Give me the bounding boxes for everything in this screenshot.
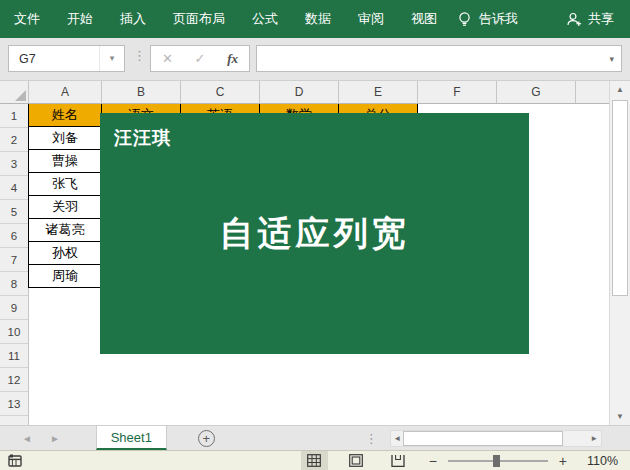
normal-view-icon: [307, 454, 321, 467]
name-cell-2[interactable]: 张飞: [28, 172, 102, 196]
tell-me-label: 告诉我: [479, 10, 518, 28]
person-plus-icon: [566, 12, 583, 27]
header-cell-0[interactable]: 姓名: [28, 104, 102, 127]
cell-mode-icon: [8, 454, 23, 468]
horizontal-scrollbar[interactable]: ◄ ►: [390, 430, 602, 447]
ribbon-tab-strip: 文件开始插入页面布局公式数据审阅视图: [0, 10, 437, 28]
ribbon-tab-1[interactable]: 开始: [67, 10, 93, 28]
insert-function-icon[interactable]: fx: [227, 51, 238, 67]
name-cell-1[interactable]: 曹操: [28, 149, 102, 173]
column-header-B[interactable]: B: [102, 81, 181, 103]
row-headers: 12345678910111213: [0, 104, 29, 425]
share-button[interactable]: 共享: [566, 10, 614, 28]
column-header-G[interactable]: G: [497, 81, 576, 103]
tutorial-overlay: 汪汪琪 自适应列宽: [100, 113, 529, 354]
ribbon-tab-2[interactable]: 插入: [120, 10, 146, 28]
column-header-D[interactable]: D: [260, 81, 339, 103]
cancel-icon[interactable]: ✕: [162, 51, 173, 66]
name-cell-0[interactable]: 刘备: [28, 126, 102, 150]
zoom-level[interactable]: 110%: [580, 454, 618, 468]
ribbon-tab-4[interactable]: 公式: [252, 10, 278, 28]
row-header-2[interactable]: 2: [0, 128, 28, 152]
page-break-icon: [391, 454, 405, 467]
formula-input[interactable]: ▾: [256, 45, 622, 72]
next-sheet-icon[interactable]: ►: [50, 433, 60, 444]
column-headers: ABCDEFG: [0, 81, 609, 104]
prev-sheet-icon[interactable]: ◄: [22, 433, 32, 444]
row-header-5[interactable]: 5: [0, 200, 28, 224]
zoom-in-button[interactable]: +: [559, 453, 567, 469]
ribbon-tab-file[interactable]: 文件: [14, 10, 40, 28]
name-cell-4[interactable]: 诸葛亮: [28, 218, 102, 242]
row-header-13[interactable]: 13: [0, 392, 28, 416]
ribbon-right-group: 告诉我 共享: [457, 10, 630, 28]
watermark-text: 汪汪琪: [114, 126, 171, 150]
scroll-right-icon[interactable]: ►: [588, 434, 601, 443]
formula-bar-separator: ⋮: [133, 48, 146, 63]
row-header-12[interactable]: 12: [0, 368, 28, 392]
name-cell-3[interactable]: 关羽: [28, 195, 102, 219]
tab-bar-separator: ⋮: [365, 431, 378, 446]
zoom-out-button[interactable]: −: [429, 453, 437, 469]
column-header-A[interactable]: A: [29, 81, 102, 103]
overlay-title: 自适应列宽: [100, 211, 529, 257]
page-layout-icon: [349, 454, 363, 467]
vertical-scrollbar[interactable]: ▲ ▼: [609, 81, 630, 425]
formula-bar-expand-icon[interactable]: ▾: [609, 54, 621, 64]
row-header-3[interactable]: 3: [0, 152, 28, 176]
sheet-tab-bar: ◄ ► Sheet1 + ⋮ ◄ ►: [0, 425, 630, 450]
name-box-dropdown-icon[interactable]: ▾: [99, 46, 124, 71]
zoom-slider-thumb[interactable]: [493, 455, 500, 467]
ribbon-tab-7[interactable]: 视图: [411, 10, 437, 28]
cell-reference: G7: [9, 52, 99, 66]
select-all-icon: [15, 90, 26, 101]
add-sheet-button[interactable]: +: [198, 430, 215, 447]
column-header-C[interactable]: C: [181, 81, 260, 103]
name-cell-5[interactable]: 孙权: [28, 241, 102, 265]
status-bar: − + 110%: [0, 450, 630, 470]
lightbulb-icon: [457, 11, 472, 28]
column-header-filler: [576, 81, 609, 103]
row-header-9[interactable]: 9: [0, 296, 28, 320]
enter-icon[interactable]: ✓: [195, 51, 206, 66]
column-header-F[interactable]: F: [418, 81, 497, 103]
row-header-11[interactable]: 11: [0, 344, 28, 368]
row-header-10[interactable]: 10: [0, 320, 28, 344]
tab-sheet1[interactable]: Sheet1: [96, 426, 167, 450]
formula-buttons: ✕ ✓ fx: [150, 45, 250, 72]
share-label: 共享: [588, 10, 614, 28]
zoom-slider[interactable]: [448, 460, 548, 462]
normal-view-button[interactable]: [301, 451, 328, 470]
scroll-down-icon[interactable]: ▼: [610, 408, 630, 425]
row-header-6[interactable]: 6: [0, 224, 28, 248]
page-break-view-button[interactable]: [385, 451, 412, 470]
row-header-7[interactable]: 7: [0, 248, 28, 272]
tell-me-button[interactable]: 告诉我: [457, 10, 518, 28]
row-header-8[interactable]: 8: [0, 272, 28, 296]
row-header-1[interactable]: 1: [0, 104, 28, 128]
sheet-nav: ◄ ►: [0, 426, 60, 450]
row-header-4[interactable]: 4: [0, 176, 28, 200]
ribbon-tab-3[interactable]: 页面布局: [173, 10, 225, 28]
column-header-E[interactable]: E: [339, 81, 418, 103]
ribbon: 文件开始插入页面布局公式数据审阅视图 告诉我 共享: [0, 0, 630, 38]
select-all-button[interactable]: [0, 81, 29, 103]
status-right-group: − + 110%: [301, 451, 630, 470]
scroll-up-icon[interactable]: ▲: [610, 81, 630, 98]
formula-bar: G7 ▾ ⋮ ✕ ✓ fx ▾: [0, 38, 630, 81]
name-box[interactable]: G7 ▾: [8, 45, 125, 72]
vertical-scrollbar-thumb[interactable]: [612, 100, 628, 296]
ribbon-tab-5[interactable]: 数据: [305, 10, 331, 28]
ribbon-tab-6[interactable]: 审阅: [358, 10, 384, 28]
horizontal-scrollbar-thumb[interactable]: [403, 431, 563, 446]
name-cell-6[interactable]: 周瑜: [28, 264, 102, 288]
page-layout-view-button[interactable]: [343, 451, 370, 470]
